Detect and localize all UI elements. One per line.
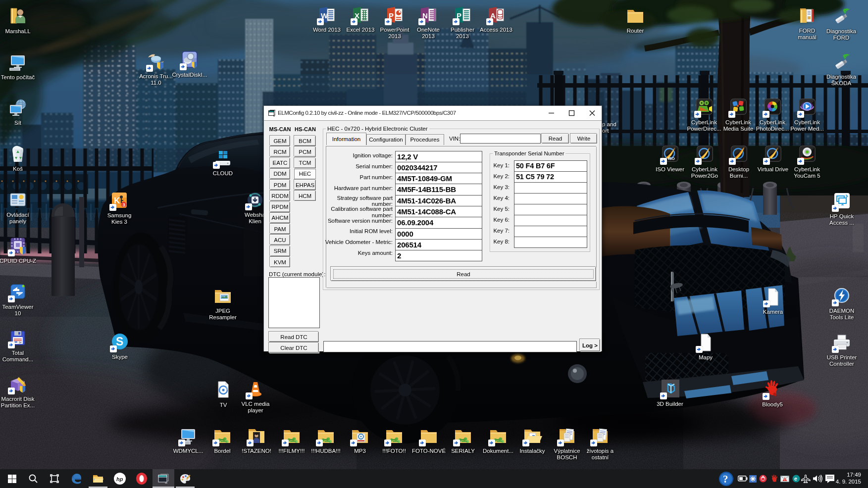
svg-text:ISO: ISO bbox=[668, 156, 675, 161]
svg-text:S: S bbox=[116, 335, 123, 348]
svg-text:54: 54 bbox=[19, 341, 22, 344]
svg-text:3: 3 bbox=[123, 202, 125, 207]
svg-text:e: e bbox=[794, 476, 797, 482]
svg-text:?: ? bbox=[723, 473, 728, 485]
svg-text:hp: hp bbox=[116, 476, 123, 482]
